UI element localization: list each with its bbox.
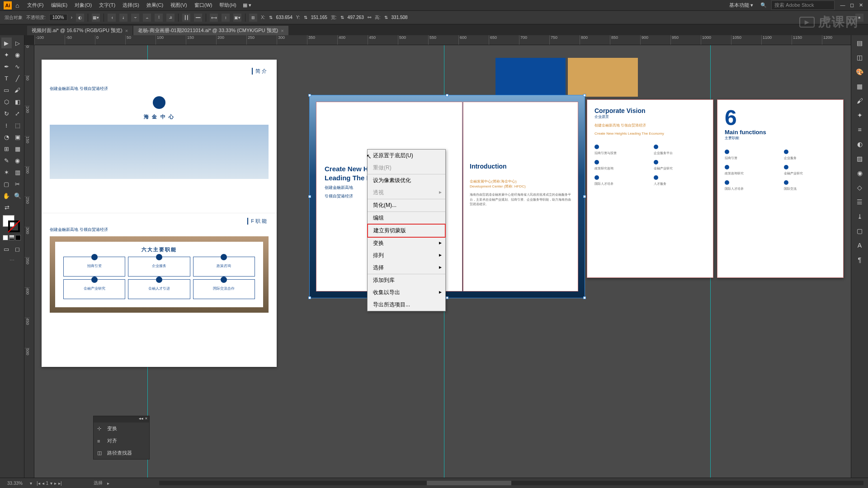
fill-stroke-swatches[interactable] — [3, 215, 21, 233]
rectangle-tool-icon[interactable]: ▭ — [1, 84, 12, 95]
ctx-simplify[interactable]: 简化(M)... — [368, 199, 445, 212]
selection-handle[interactable] — [583, 296, 586, 299]
line-tool-icon[interactable]: ╱ — [13, 73, 23, 84]
graph-tool-icon[interactable]: ▥ — [13, 167, 23, 178]
selection-handle[interactable] — [446, 296, 448, 299]
color-panel-icon[interactable]: 🎨 — [855, 67, 865, 77]
menu-edit[interactable]: 编辑(E) — [47, 2, 71, 9]
menu-view[interactable]: 视图(V) — [167, 2, 191, 9]
mesh-tool-icon[interactable]: ⊞ — [1, 143, 12, 154]
y-stepper-icon[interactable]: ⇅ — [304, 15, 307, 20]
document-tab[interactable]: 老杨-商业画册-01期20211014.ai* @ 33.33% (CMYK/G… — [133, 26, 288, 35]
x-stepper-icon[interactable]: ⇅ — [269, 15, 273, 20]
search-icon[interactable]: 🔍 — [760, 2, 767, 8]
ctx-export-selection[interactable]: 导出所选项目... — [368, 299, 445, 311]
menu-effect[interactable]: 效果(C) — [143, 2, 167, 9]
artboard-tool-icon[interactable]: ▢ — [1, 178, 12, 189]
gradient-tool-icon[interactable]: ▦ — [13, 143, 23, 154]
edit-toolbar-icon[interactable]: ⋯ — [1, 258, 23, 263]
rotate-tool-icon[interactable]: ↻ — [1, 108, 12, 119]
type-panel-icon[interactable]: A — [855, 240, 865, 250]
home-icon[interactable]: ⌂ — [15, 2, 19, 9]
artboards-panel-icon[interactable]: ▢ — [855, 226, 865, 236]
search-input[interactable]: 搜索 Adobe Stock — [771, 0, 835, 10]
controlbar-more-icon[interactable]: ∗ — [855, 14, 863, 22]
panel-item-pathfinder[interactable]: ◫路径查找器 — [94, 447, 149, 459]
ctx-pixel-optimize[interactable]: 设为像素级优化 — [368, 174, 445, 187]
brushes-panel-icon[interactable]: 🖌 — [855, 96, 865, 106]
direct-select-tool-icon[interactable]: ▷ — [13, 38, 23, 48]
ctx-undo[interactable]: 还原置于底层(U) — [368, 150, 445, 162]
panel-item-transform[interactable]: ⊹变换 — [94, 422, 149, 435]
stroke-swatch[interactable] — [8, 221, 20, 232]
selection-handle[interactable] — [583, 94, 586, 97]
libraries-panel-icon[interactable]: ◫ — [855, 52, 865, 62]
align-right-icon[interactable]: ⫟ — [131, 14, 139, 22]
align-menu-icon[interactable]: ▦▾ — [92, 14, 100, 22]
window-close-icon[interactable]: ✕ — [857, 2, 864, 8]
floating-panel[interactable]: ◂◂× ⊹变换 ≡对齐 ◫路径查找器 — [93, 416, 150, 460]
paragraph-panel-icon[interactable]: ¶ — [855, 255, 865, 265]
asset-export-panel-icon[interactable]: ⤓ — [855, 211, 865, 221]
align-bottom-icon[interactable]: ⫡ — [166, 14, 175, 22]
symbols-panel-icon[interactable]: ✦ — [855, 110, 865, 120]
brush-tool-icon[interactable]: 🖌 — [13, 84, 23, 95]
scale-tool-icon[interactable]: ⤢ — [13, 108, 23, 119]
y-value[interactable]: 151.165 — [311, 15, 327, 20]
selected-object[interactable]: Create New Heights Leading The Economy 创… — [309, 95, 585, 298]
appearance-panel-icon[interactable]: ◉ — [855, 168, 865, 178]
selection-tool-icon[interactable]: ▶ — [1, 38, 12, 48]
pen-tool-icon[interactable]: ✒ — [1, 61, 12, 72]
opacity-input[interactable]: 100% — [49, 14, 67, 21]
distribute-spacing-v-icon[interactable]: ↕ — [222, 14, 230, 22]
nav-dropdown-icon[interactable]: ▾ — [50, 481, 52, 486]
window-minimize-icon[interactable]: — — [839, 2, 846, 8]
ctx-group[interactable]: 编组 — [368, 212, 445, 224]
hand-tool-icon[interactable]: ✋ — [1, 190, 12, 201]
style-icon[interactable]: ◐ — [76, 14, 84, 22]
zoom-tool-icon[interactable]: 🔍 — [13, 190, 23, 201]
none-mode-icon[interactable] — [15, 235, 21, 240]
transform-icon[interactable]: ⊞ — [249, 14, 257, 22]
horizontal-ruler[interactable]: -100-50050100150200250300350400450500550… — [34, 35, 851, 45]
layers-panel-icon[interactable]: ☰ — [855, 197, 865, 207]
free-transform-tool-icon[interactable]: ⬚ — [13, 120, 23, 131]
menu-file[interactable]: 文件(F) — [24, 2, 47, 9]
align-vcenter-icon[interactable]: ⫱ — [155, 14, 163, 22]
nav-prev-icon[interactable]: ◂ — [42, 481, 44, 486]
panel-close-icon[interactable]: × — [145, 416, 147, 422]
nav-last-icon[interactable]: ▸| — [58, 481, 62, 486]
zoom-level[interactable]: 33.33% — [5, 481, 25, 486]
menu-arrange-docs-icon[interactable]: ▦ ▾ — [243, 2, 251, 8]
transparency-panel-icon[interactable]: ▨ — [855, 154, 865, 164]
menu-select[interactable]: 选择(S) — [119, 2, 143, 9]
color-mode-icon[interactable] — [3, 235, 8, 240]
distribute-spacing-h-icon[interactable]: ⟷ — [210, 14, 218, 22]
opacity-arrow-icon[interactable]: › — [71, 15, 72, 20]
screen-mode-2-icon[interactable]: ◻ — [13, 244, 23, 254]
lasso-tool-icon[interactable]: ◉ — [13, 49, 23, 60]
status-arrow-icon[interactable]: ▸ — [107, 481, 109, 486]
workspace-switcher[interactable]: 基本功能 ▾ — [726, 2, 756, 9]
x-value[interactable]: 633.654 — [276, 15, 292, 20]
horizontal-scrollbar[interactable] — [159, 481, 863, 485]
zoom-dropdown-icon[interactable]: ▾ — [30, 481, 32, 486]
menu-window[interactable]: 窗口(W) — [191, 2, 216, 9]
scrollbar-thumb[interactable] — [427, 481, 511, 485]
properties-panel-icon[interactable]: ▤ — [855, 38, 865, 48]
ctx-make-clipping-mask[interactable]: 建立剪切蒙版 — [368, 225, 445, 237]
panel-collapse-icon[interactable]: ◂◂ — [139, 416, 143, 422]
symbol-sprayer-tool-icon[interactable]: ✶ — [1, 167, 12, 178]
shaper-tool-icon[interactable]: ⬡ — [1, 96, 12, 107]
link-wh-icon[interactable]: ⚯ — [368, 15, 371, 20]
ctx-add-to-library[interactable]: 添加到库 — [368, 274, 445, 286]
screen-mode-icon[interactable]: ▭ — [1, 244, 12, 254]
ctx-collect-export[interactable]: 收集以导出 — [368, 286, 445, 299]
gradient-mode-icon[interactable] — [9, 235, 14, 240]
type-tool-icon[interactable]: T — [1, 73, 12, 84]
width-tool-icon[interactable]: ⫶ — [1, 120, 12, 131]
menu-object[interactable]: 对象(O) — [71, 2, 95, 9]
document-tab[interactable]: 视频封面.ai* @ 16.67% (RGB/GPU 预览) × — [27, 26, 132, 35]
gradient-panel-icon[interactable]: ◐ — [855, 139, 865, 149]
eyedropper-tool-icon[interactable]: ✎ — [1, 155, 12, 166]
